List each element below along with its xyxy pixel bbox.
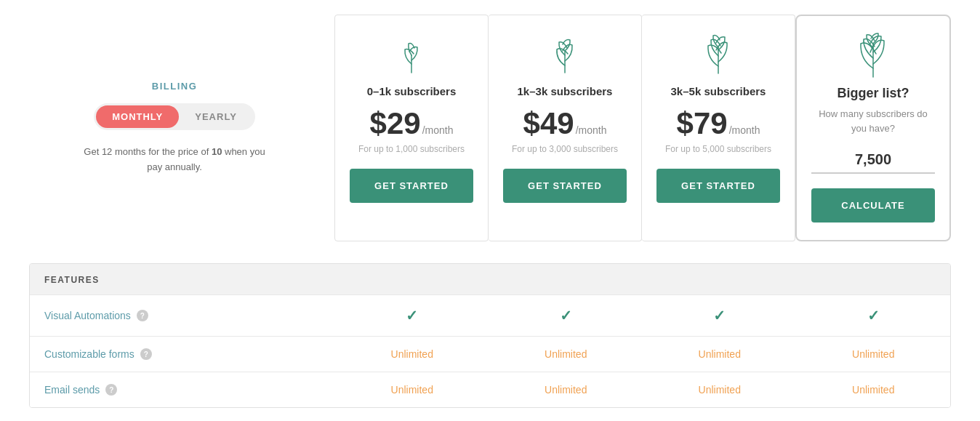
unlimited-cf-2: Unlimited xyxy=(545,348,587,360)
info-icon-customizable-forms[interactable]: ? xyxy=(140,348,152,360)
get-started-3k-5k[interactable]: GET STARTED xyxy=(656,169,780,203)
plant-icon-medium xyxy=(543,33,587,76)
plan-sublabel-1k-3k: For up to 3,000 subscribers xyxy=(512,144,618,154)
price-amount-0-1k: $29 xyxy=(370,106,421,141)
bigger-subtitle: How many subscribers do you have? xyxy=(811,107,935,135)
yearly-toggle[interactable]: YEARLY xyxy=(179,105,253,128)
monthly-toggle[interactable]: MONTHLY xyxy=(96,105,179,128)
features-header-text: FEATURES xyxy=(44,275,100,285)
feature-row-customizable-forms: Customizable forms ? Unlimited Unlimited… xyxy=(30,336,950,372)
feature-cell-va-3: ✓ xyxy=(643,295,797,336)
price-amount-3k-5k: $79 xyxy=(677,106,728,141)
billing-note: Get 12 months for the price of 10 when y… xyxy=(80,145,269,175)
feature-label-visual-automations: Visual Automations xyxy=(44,310,131,321)
plant-icon-small xyxy=(390,33,433,76)
feature-name-visual-automations: Visual Automations ? xyxy=(30,295,335,336)
unlimited-es-4: Unlimited xyxy=(852,384,894,396)
get-started-1k-3k[interactable]: GET STARTED xyxy=(503,169,627,203)
features-header: FEATURES xyxy=(30,264,950,294)
feature-cell-cf-4: Unlimited xyxy=(797,337,951,372)
price-amount-1k-3k: $49 xyxy=(523,106,574,141)
feature-cell-cf-3: Unlimited xyxy=(643,337,797,372)
checkmark-va-4: ✓ xyxy=(867,307,880,324)
features-section: FEATURES Visual Automations ? ✓ ✓ ✓ ✓ xyxy=(29,263,951,408)
billing-label: BILLING xyxy=(152,81,198,92)
feature-cell-cf-1: Unlimited xyxy=(335,337,489,372)
plan-name-1k-3k: 1k–3k subscribers xyxy=(518,85,613,97)
unlimited-cf-1: Unlimited xyxy=(391,348,433,360)
plan-sublabel-0-1k: For up to 1,000 subscribers xyxy=(358,144,465,154)
calculate-button[interactable]: CALCULATE xyxy=(811,188,935,222)
plan-sublabel-3k-5k: For up to 5,000 subscribers xyxy=(665,144,771,154)
plan-cards-area: 0–1k subscribers $29 /month For up to 1,… xyxy=(334,15,951,241)
price-unit-0-1k: /month xyxy=(422,124,454,136)
plan-price-3k-5k: $79 /month xyxy=(677,106,760,141)
unlimited-es-1: Unlimited xyxy=(391,384,433,396)
feature-row-email-sends: Email sends ? Unlimited Unlimited Unlimi… xyxy=(30,372,950,407)
bigger-title: Bigger list? xyxy=(837,86,909,101)
plant-icon-large xyxy=(696,33,740,76)
feature-cell-cf-2: Unlimited xyxy=(489,337,643,372)
unlimited-cf-4: Unlimited xyxy=(852,348,894,360)
price-unit-1k-3k: /month xyxy=(576,124,607,136)
price-unit-3k-5k: /month xyxy=(729,124,760,136)
feature-name-email-sends: Email sends ? xyxy=(30,372,335,407)
checkmark-va-3: ✓ xyxy=(713,307,726,324)
feature-cell-es-4: Unlimited xyxy=(797,372,951,407)
plan-card-bigger: Bigger list? How many subscribers do you… xyxy=(795,15,951,241)
billing-sidebar: BILLING MONTHLY YEARLY Get 12 months for… xyxy=(29,15,334,241)
plan-price-0-1k: $29 /month xyxy=(370,106,454,141)
plan-card-3k-5k: 3k–5k subscribers $79 /month For up to 5… xyxy=(642,15,795,241)
plan-name-0-1k: 0–1k subscribers xyxy=(367,85,457,97)
feature-cell-va-4: ✓ xyxy=(797,295,951,336)
feature-cell-es-2: Unlimited xyxy=(489,372,643,407)
plan-price-1k-3k: $49 /month xyxy=(523,106,607,141)
info-icon-visual-automations[interactable]: ? xyxy=(137,310,148,321)
feature-label-customizable-forms: Customizable forms xyxy=(44,348,134,360)
plan-card-1k-3k: 1k–3k subscribers $49 /month For up to 3… xyxy=(489,15,642,241)
feature-name-customizable-forms: Customizable forms ? xyxy=(30,337,335,372)
feature-cell-es-3: Unlimited xyxy=(643,372,797,407)
get-started-0-1k[interactable]: GET STARTED xyxy=(350,169,473,203)
feature-cell-es-1: Unlimited xyxy=(335,372,489,407)
unlimited-cf-3: Unlimited xyxy=(699,348,741,360)
unlimited-es-2: Unlimited xyxy=(545,384,587,396)
plan-card-0-1k: 0–1k subscribers $29 /month For up to 1,… xyxy=(334,15,489,241)
billing-toggle: MONTHLY YEARLY xyxy=(94,103,255,130)
plan-name-3k-5k: 3k–5k subscribers xyxy=(671,85,766,97)
feature-cell-va-2: ✓ xyxy=(489,295,643,336)
checkmark-va-1: ✓ xyxy=(406,307,418,324)
feature-row-visual-automations: Visual Automations ? ✓ ✓ ✓ ✓ xyxy=(30,294,950,336)
subscriber-count-input[interactable] xyxy=(811,147,935,174)
checkmark-va-2: ✓ xyxy=(560,307,572,324)
info-icon-email-sends[interactable]: ? xyxy=(105,384,117,396)
feature-cell-va-1: ✓ xyxy=(335,295,489,336)
feature-label-email-sends: Email sends xyxy=(44,384,100,396)
unlimited-es-3: Unlimited xyxy=(699,384,741,396)
plant-icon-bigger xyxy=(851,33,895,77)
